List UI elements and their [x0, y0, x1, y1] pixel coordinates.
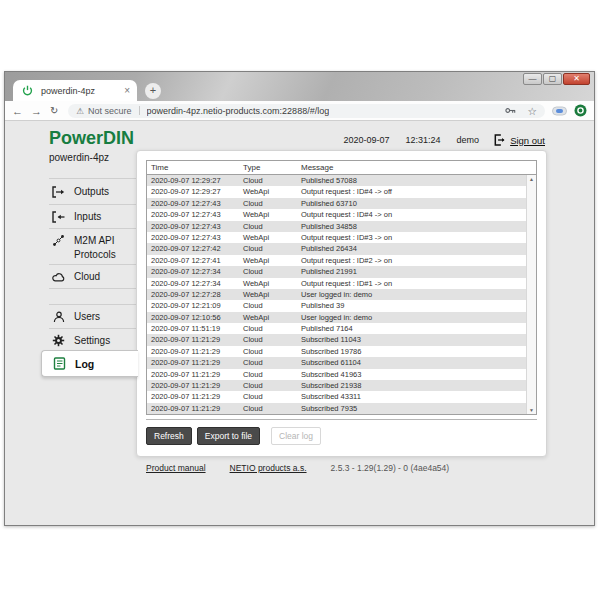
table-row: 2020-09-07 12:27:34WebApiOutput request …	[147, 278, 526, 289]
key-icon[interactable]	[505, 106, 516, 115]
page-footer: Product manual NETIO products a.s. 2.5.3…	[146, 463, 449, 473]
log-table: Time Type Message 2020-09-07 12:29:27Clo…	[146, 160, 537, 415]
table-row: 2020-09-07 11:21:29CloudSubscribed 11043	[147, 334, 526, 345]
table-row: 2020-09-07 12:27:43WebApiOutput request …	[147, 232, 526, 243]
brand-title: PowerDIN	[49, 128, 134, 149]
sidebar-item-label: Cloud	[74, 270, 136, 284]
clear-log-button[interactable]: Clear log	[271, 427, 321, 445]
scroll-down-icon[interactable]: ▼	[527, 407, 536, 413]
tab-close-icon[interactable]: ×	[124, 86, 130, 96]
input-icon	[51, 211, 66, 223]
sidebar-item-log-active[interactable]: Log	[41, 350, 138, 377]
close-button[interactable]: ✕	[563, 73, 590, 85]
table-row: 2020-09-07 12:29:27WebApiOutput request …	[147, 186, 526, 197]
sidebar-item-label: M2M API Protocols	[74, 234, 136, 261]
browser-titlebar: — ▢ ✕ powerdin-4pz × +	[5, 72, 594, 101]
reload-icon[interactable]: ↻	[50, 105, 58, 116]
users-icon	[51, 311, 66, 323]
header-time: 12:31:24	[406, 135, 441, 145]
sidebar-spacer	[49, 289, 137, 305]
sidebar-item-m2m-api-protocols[interactable]: M2M API Protocols	[49, 229, 137, 265]
table-row: 2020-09-07 11:51:19CloudPublished 7164	[147, 323, 526, 334]
page-viewport: PowerDIN powerdin-4pz 2020-09-07 12:31:2…	[5, 121, 594, 525]
browser-tab[interactable]: powerdin-4pz ×	[13, 80, 137, 101]
forward-icon[interactable]: →	[31, 105, 42, 117]
window-controls: — ▢ ✕	[523, 73, 590, 85]
product-manual-link[interactable]: Product manual	[146, 463, 206, 473]
sidebar-item-label: Inputs	[74, 210, 136, 224]
maximize-button[interactable]: ▢	[543, 73, 562, 85]
not-secure-warning-icon: ⚠	[76, 104, 84, 118]
log-icon	[52, 357, 67, 370]
sidebar-item-label: Users	[74, 310, 136, 324]
m2m-api-icon	[51, 234, 66, 247]
cloud-icon	[51, 272, 66, 282]
export-to-file-button[interactable]: Export to file	[197, 427, 260, 445]
url-text[interactable]: powerdin-4pz.netio-products.com:22888/#/…	[147, 106, 330, 116]
header-user: demo	[457, 135, 480, 145]
browser-window: — ▢ ✕ powerdin-4pz × + ← → ↻ ⚠ Not secur…	[4, 71, 595, 526]
profile-avatar[interactable]	[574, 104, 587, 117]
tab-title: powerdin-4pz	[41, 86, 118, 96]
address-bar[interactable]: ⚠ Not secure powerdin-4pz.netio-products…	[68, 104, 545, 118]
power-favicon-icon	[20, 85, 35, 96]
new-tab-button[interactable]: +	[145, 83, 161, 99]
column-header-time: Time	[147, 161, 239, 174]
scroll-up-icon[interactable]: ▲	[527, 176, 536, 182]
refresh-button[interactable]: Refresh	[146, 427, 192, 445]
sidebar-item-label: Outputs	[74, 185, 136, 199]
bookmark-star-icon[interactable]: ☆	[528, 105, 537, 117]
table-row: 2020-09-07 11:21:29CloudSubscribed 61104	[147, 357, 526, 368]
sidebar-nav: Outputs Inputs M2M API Protocols Cloud	[49, 178, 137, 353]
table-row: 2020-09-07 11:21:29CloudSubscribed 19786	[147, 346, 526, 357]
table-row: 2020-09-07 11:21:29CloudSubscribed 7935	[147, 403, 526, 414]
table-scrollbar[interactable]: ▲ ▼	[526, 175, 536, 414]
header-date: 2020-09-07	[344, 135, 390, 145]
table-row: 2020-09-07 12:27:42CloudPublished 26434	[147, 243, 526, 254]
log-table-body: 2020-09-07 12:29:27CloudPublished 57088 …	[147, 175, 526, 414]
sidebar-item-outputs[interactable]: Outputs	[49, 178, 137, 205]
table-row: 2020-09-07 12:29:27CloudPublished 57088	[147, 175, 526, 186]
output-icon	[51, 186, 66, 198]
table-row: 2020-09-07 12:27:28WebApiUser logged in:…	[147, 289, 526, 300]
table-row: 2020-09-07 12:27:43CloudPublished 63710	[147, 198, 526, 209]
back-icon[interactable]: ←	[12, 105, 23, 117]
table-row: 2020-09-07 12:27:43WebApiOutput request …	[147, 209, 526, 220]
table-row: 2020-09-07 12:27:43CloudPublished 34858	[147, 221, 526, 232]
table-row: 2020-09-07 12:10:56WebApiUser logged in:…	[147, 312, 526, 323]
not-secure-label[interactable]: Not secure	[88, 106, 132, 116]
header-status: 2020-09-07 12:31:24 demo Sign out	[328, 134, 545, 146]
sidebar-item-inputs[interactable]: Inputs	[49, 205, 137, 229]
table-row: 2020-09-07 11:21:29CloudSubscribed 21938	[147, 380, 526, 391]
device-name: powerdin-4pz	[49, 152, 109, 163]
minimize-button[interactable]: —	[523, 73, 542, 85]
table-row: 2020-09-07 11:21:29CloudSubscribed 43311	[147, 391, 526, 402]
gear-icon	[51, 334, 66, 347]
table-row: 2020-09-07 12:27:34CloudPublished 21991	[147, 266, 526, 277]
table-row: 2020-09-07 11:21:29CloudSubscribed 41963	[147, 369, 526, 380]
table-row: 2020-09-07 12:27:41WebApiOutput request …	[147, 255, 526, 266]
omnibox-divider	[139, 106, 140, 115]
sidebar-item-label: Settings	[74, 334, 136, 348]
sign-out-icon	[493, 134, 505, 146]
company-link[interactable]: NETIO products a.s.	[230, 463, 307, 473]
extension-icon[interactable]	[552, 106, 567, 116]
browser-toolbar: ← → ↻ ⚠ Not secure powerdin-4pz.netio-pr…	[5, 101, 594, 121]
column-header-type: Type	[239, 161, 297, 174]
sign-out-link[interactable]: Sign out	[510, 135, 545, 146]
log-actions: Refresh Export to file Clear log	[146, 427, 321, 445]
log-panel: Time Type Message 2020-09-07 12:29:27Clo…	[136, 150, 547, 457]
sidebar-item-cloud[interactable]: Cloud	[49, 265, 137, 289]
button-divider	[146, 419, 537, 420]
sidebar-item-users[interactable]: Users	[49, 305, 137, 329]
column-header-message: Message	[297, 161, 536, 174]
table-row: 2020-09-07 12:21:09CloudPublished 39	[147, 300, 526, 311]
sidebar-item-label: Log	[75, 358, 94, 370]
log-table-header: Time Type Message	[147, 161, 536, 175]
firmware-version: 2.5.3 - 1.29(1.29) - 0 (4ae4a54)	[331, 463, 450, 473]
